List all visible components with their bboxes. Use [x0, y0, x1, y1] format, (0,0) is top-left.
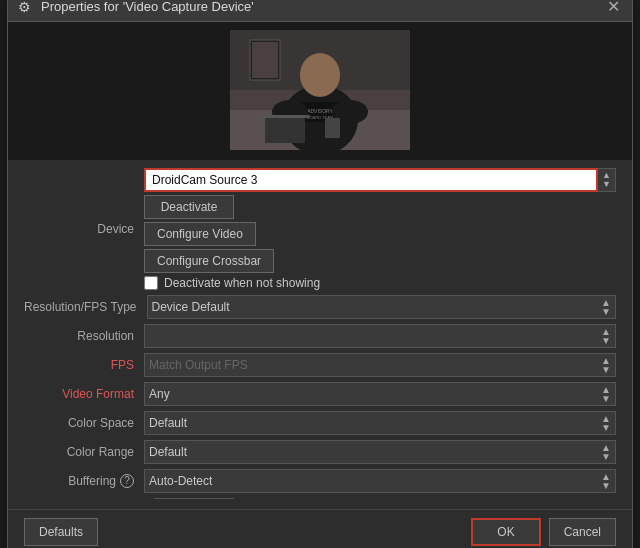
svg-text:ADVISORY: ADVISORY [307, 108, 333, 114]
resolution-fps-value: Device Default [152, 300, 230, 314]
resolution-fps-wrapper: Device Default ▲ ▼ [147, 295, 616, 319]
fps-wrapper: Match Output FPS ▲ ▼ [144, 353, 616, 377]
device-label: Device [24, 222, 144, 236]
fps-value: Match Output FPS [149, 358, 248, 372]
device-select-row: DroidCam Source 3 ▲ ▼ [144, 168, 616, 192]
title-bar: ⚙ Properties for 'Video Capture Device' … [8, 0, 632, 22]
deactivate-checkbox[interactable] [144, 276, 158, 290]
separator [154, 498, 234, 499]
configure-video-button[interactable]: Configure Video [144, 222, 256, 246]
buffering-help-icon[interactable]: ? [120, 474, 134, 488]
cancel-button[interactable]: Cancel [549, 518, 616, 546]
dialog-window: ⚙ Properties for 'Video Capture Device' … [7, 0, 633, 548]
video-format-select[interactable]: Any ▲ ▼ [144, 382, 616, 406]
resolution-label: Resolution [24, 329, 144, 343]
svg-point-6 [300, 53, 340, 97]
svg-rect-14 [325, 118, 340, 138]
arrow-down: ▼ [601, 365, 611, 374]
fps-label: FPS [24, 358, 144, 372]
color-range-value: Default [149, 445, 187, 459]
defaults-button[interactable]: Defaults [24, 518, 98, 546]
color-space-wrapper: Default ▲ ▼ [144, 411, 616, 435]
device-buttons: Deactivate Configure Video Configure Cro… [144, 195, 616, 290]
buffering-wrapper: Auto-Detect ▲ ▼ [144, 469, 616, 493]
resolution-wrapper: ▲ ▼ [144, 324, 616, 348]
camera-preview: ADVISORY BOARD TEAM [230, 30, 410, 150]
buffering-row: Buffering ? Auto-Detect ▲ ▼ [24, 469, 616, 493]
resolution-fps-arrow: ▲ ▼ [601, 298, 611, 316]
color-range-wrapper: Default ▲ ▼ [144, 440, 616, 464]
form-content: Device DroidCam Source 3 ▲ ▼ Deactivate … [8, 160, 632, 509]
title-bar-left: ⚙ Properties for 'Video Capture Device' [18, 0, 254, 15]
color-space-label: Color Space [24, 416, 144, 430]
color-range-arrow: ▲ ▼ [601, 443, 611, 461]
buffering-value: Auto-Detect [149, 474, 212, 488]
arrow-down: ▼ [601, 452, 611, 461]
deactivate-checkbox-row: Deactivate when not showing [144, 276, 320, 290]
resolution-select[interactable]: ▲ ▼ [144, 324, 616, 348]
video-format-label: Video Format [24, 387, 144, 401]
camera-feed: ADVISORY BOARD TEAM [230, 30, 410, 150]
spinner-down-icon: ▼ [602, 180, 611, 189]
fps-select[interactable]: Match Output FPS ▲ ▼ [144, 353, 616, 377]
device-select-value[interactable]: DroidCam Source 3 [144, 168, 598, 192]
fps-arrow: ▲ ▼ [601, 356, 611, 374]
resolution-row: Resolution ▲ ▼ [24, 324, 616, 348]
ok-button[interactable]: OK [471, 518, 540, 546]
color-range-select[interactable]: Default ▲ ▼ [144, 440, 616, 464]
arrow-down: ▼ [601, 307, 611, 316]
color-range-row: Color Range Default ▲ ▼ [24, 440, 616, 464]
footer: Defaults OK Cancel [8, 509, 632, 549]
dialog-title: Properties for 'Video Capture Device' [41, 0, 254, 14]
resolution-arrow: ▲ ▼ [601, 327, 611, 345]
color-range-label: Color Range [24, 445, 144, 459]
device-spinner[interactable]: ▲ ▼ [598, 168, 616, 192]
device-row: Device DroidCam Source 3 ▲ ▼ Deactivate … [24, 168, 616, 290]
buffering-select[interactable]: Auto-Detect ▲ ▼ [144, 469, 616, 493]
footer-left: Defaults [24, 518, 98, 546]
close-button[interactable]: ✕ [605, 0, 622, 15]
device-control-area: DroidCam Source 3 ▲ ▼ Deactivate Configu… [144, 168, 616, 290]
deactivate-checkbox-label: Deactivate when not showing [164, 276, 320, 290]
dialog-icon: ⚙ [18, 0, 34, 15]
resolution-fps-label: Resolution/FPS Type [24, 300, 147, 314]
preview-area: ADVISORY BOARD TEAM [8, 22, 632, 160]
buffering-arrow: ▲ ▼ [601, 472, 611, 490]
svg-rect-13 [265, 118, 305, 143]
arrow-down: ▼ [601, 481, 611, 490]
buffering-label: Buffering ? [24, 474, 144, 488]
configure-crossbar-button[interactable]: Configure Crossbar [144, 249, 274, 273]
color-space-value: Default [149, 416, 187, 430]
video-format-arrow: ▲ ▼ [601, 385, 611, 403]
arrow-down: ▼ [601, 394, 611, 403]
svg-rect-12 [260, 115, 310, 118]
svg-rect-4 [252, 42, 278, 78]
video-format-wrapper: Any ▲ ▼ [144, 382, 616, 406]
resolution-fps-row: Resolution/FPS Type Device Default ▲ ▼ [24, 295, 616, 319]
color-space-arrow: ▲ ▼ [601, 414, 611, 432]
color-space-select[interactable]: Default ▲ ▼ [144, 411, 616, 435]
fps-row: FPS Match Output FPS ▲ ▼ [24, 353, 616, 377]
resolution-fps-select[interactable]: Device Default ▲ ▼ [147, 295, 616, 319]
video-format-row: Video Format Any ▲ ▼ [24, 382, 616, 406]
color-space-row: Color Space Default ▲ ▼ [24, 411, 616, 435]
arrow-down: ▼ [601, 336, 611, 345]
video-format-value: Any [149, 387, 170, 401]
footer-right: OK Cancel [471, 518, 616, 546]
deactivate-button[interactable]: Deactivate [144, 195, 234, 219]
arrow-down: ▼ [601, 423, 611, 432]
